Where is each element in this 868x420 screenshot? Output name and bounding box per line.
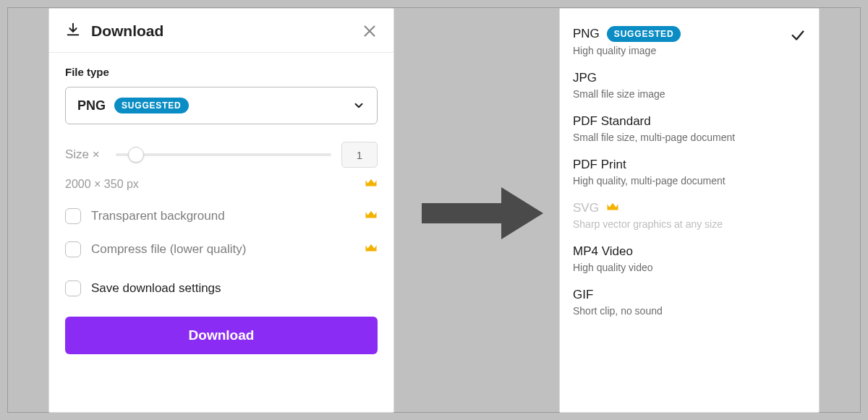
filetype-description: Short clip, no sound [573,305,806,317]
filetype-select[interactable]: PNG SUGGESTED [65,87,378,124]
filetype-title-row: GIF [573,288,806,302]
crown-icon [365,210,378,223]
filetype-description: Small file size, multi-page document [573,132,806,143]
filetype-option[interactable]: JPGSmall file size image [573,64,819,107]
filetype-option-main: MP4 VideoHigh quality video [573,244,806,273]
filetype-title-row: PNGSUGGESTED [573,26,790,42]
size-row: Size × [65,142,378,168]
dimensions-text: 2000 × 350 px [65,178,365,191]
filetype-description: Small file size image [573,88,806,100]
filetype-name: JPG [573,71,597,85]
suggested-badge: SUGGESTED [607,26,681,42]
dimensions-row: 2000 × 350 px [65,178,378,191]
suggested-badge: SUGGESTED [114,98,189,113]
filetype-option[interactable]: MP4 VideoHigh quality video [573,237,819,280]
filetype-name: PDF Standard [573,114,651,129]
option-compress-file[interactable]: Compress file (lower quality) [65,241,378,257]
filetype-description: High quality image [573,45,790,56]
option-transparent-bg[interactable]: Transparent background [65,208,378,224]
filetype-description: High quality, multi-page document [573,175,806,187]
filetype-option-main: PDF StandardSmall file size, multi-page … [573,114,806,143]
checkbox[interactable] [65,208,81,224]
filetype-title-row: MP4 Video [573,244,806,259]
filetype-option-main: JPGSmall file size image [573,71,806,100]
filetype-name: SVG [573,201,599,215]
filetype-option[interactable]: GIFShort clip, no sound [573,280,819,324]
download-dialog-body: File type PNG SUGGESTED Size × 2000 × 35… [49,53,393,370]
chevron-down-icon [352,99,365,112]
option-label: Compress file (lower quality) [91,242,354,257]
crown-icon [606,202,619,215]
download-dialog-title: Download [91,22,362,40]
download-dialog: Download File type PNG SUGGESTED Size × [48,8,394,413]
canvas: Download File type PNG SUGGESTED Size × [7,7,861,413]
download-dialog-header: Download [49,9,393,53]
filetype-option-main: PDF PrintHigh quality, multi-page docume… [573,158,806,187]
close-icon[interactable] [362,23,378,39]
filetype-description: High quality video [573,262,806,273]
check-icon [790,27,806,43]
size-slider[interactable] [116,146,331,163]
size-label: Size × [65,147,106,162]
filetype-select-value: PNG [77,98,106,113]
download-button[interactable]: Download [65,317,378,354]
filetype-dropdown-list: PNGSUGGESTEDHigh quality imageJPGSmall f… [559,8,820,413]
filetype-label: File type [65,66,378,78]
crown-icon [365,178,378,191]
slider-thumb[interactable] [128,147,144,163]
option-save-settings[interactable]: Save download settings [65,280,378,296]
slider-track [116,153,331,156]
filetype-option-main: SVGSharp vector graphics at any size [573,201,806,230]
crown-icon [365,243,378,256]
option-label: Save download settings [91,281,378,296]
filetype-title-row: JPG [573,71,806,85]
size-input[interactable] [341,142,378,168]
filetype-title-row: PDF Print [573,158,806,172]
filetype-title-row: PDF Standard [573,114,806,129]
filetype-name: GIF [573,288,593,302]
checkbox[interactable] [65,241,81,257]
filetype-name: PNG [573,27,600,41]
filetype-name: PDF Print [573,158,626,172]
arrow-right-icon [422,184,545,242]
filetype-option[interactable]: PNGSUGGESTEDHigh quality image [573,19,819,64]
filetype-option-main: PNGSUGGESTEDHigh quality image [573,26,790,56]
filetype-option-main: GIFShort clip, no sound [573,288,806,317]
filetype-title-row: SVG [573,201,806,215]
filetype-description: Sharp vector graphics at any size [573,218,806,230]
filetype-option[interactable]: PDF StandardSmall file size, multi-page … [573,107,819,150]
filetype-option: SVGSharp vector graphics at any size [573,194,819,237]
option-label: Transparent background [91,209,354,223]
checkbox[interactable] [65,280,81,296]
filetype-name: MP4 Video [573,244,633,259]
download-arrow-icon [65,22,81,40]
filetype-option[interactable]: PDF PrintHigh quality, multi-page docume… [573,150,819,194]
